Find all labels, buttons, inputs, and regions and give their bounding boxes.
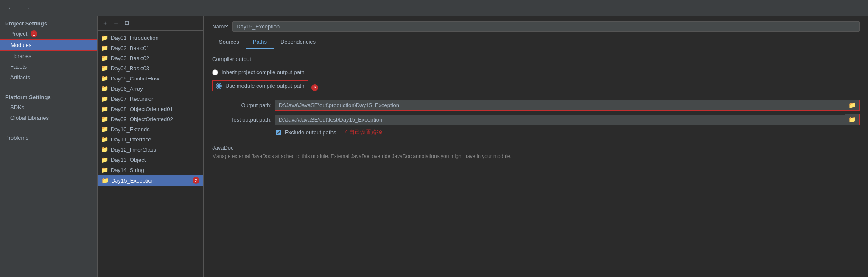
module-panel: + − ⧉ 📁Day01_Introduction📁Day02_Basic01📁… (98, 16, 204, 277)
javadoc-section: JavaDoc Manage external JavaDocs attache… (212, 144, 860, 159)
folder-icon: 📁 (101, 166, 108, 173)
list-item[interactable]: 📁Day06_Array (98, 83, 203, 94)
project-badge: 1 (31, 30, 37, 37)
sidebar-item-global-libraries[interactable]: Global Libraries (0, 113, 97, 123)
sidebar-item-label: Modules (11, 42, 31, 48)
sidebar-item-modules[interactable]: Modules (0, 39, 97, 51)
javadoc-title: JavaDoc (212, 144, 860, 151)
module-name: Day03_Basic02 (111, 55, 149, 61)
exclude-checkbox[interactable] (276, 130, 281, 135)
sidebar-item-label: Artifacts (10, 74, 30, 80)
back-button[interactable]: ← (5, 3, 17, 13)
folder-icon: 📁 (101, 105, 108, 112)
copy-module-button[interactable]: ⧉ (123, 19, 132, 28)
javadoc-desc: Manage external JavaDocs attached to thi… (212, 153, 860, 159)
module-name: Day15_Exception (111, 177, 154, 184)
list-item[interactable]: 📁Day09_ObjectOriented02 (98, 114, 203, 124)
sidebar-item-problems[interactable]: Problems (0, 130, 97, 143)
list-item[interactable]: 📁Day15_Exception2 (98, 175, 203, 186)
list-item[interactable]: 📁Day01_Introduction (98, 33, 203, 43)
test-output-path-browse-button[interactable]: 📁 (845, 114, 859, 125)
tab-dependencies[interactable]: Dependencies (274, 35, 322, 49)
module-name: Day07_Recursion (111, 96, 154, 102)
module-name: Day09_ObjectOriented02 (111, 116, 173, 122)
module-toolbar: + − ⧉ (98, 16, 203, 31)
tab-paths[interactable]: Paths (246, 35, 274, 49)
module-list: 📁Day01_Introduction📁Day02_Basic01📁Day03_… (98, 31, 203, 277)
inherit-radio-option: Inherit project compile output path (212, 67, 860, 77)
list-item[interactable]: 📁Day13_Object (98, 155, 203, 165)
folder-icon: 📁 (101, 126, 108, 133)
annotation-text: 4 自己设置路径 (344, 128, 382, 136)
sidebar-divider-2 (0, 127, 97, 127)
module-name: Day06_Array (111, 86, 143, 92)
output-path-input[interactable] (275, 100, 845, 110)
tab-sources[interactable]: Sources (212, 35, 246, 49)
folder-icon: 📁 (101, 177, 109, 184)
add-module-button[interactable]: + (101, 19, 109, 28)
sidebar-item-label: Global Libraries (10, 115, 49, 121)
module-name: Day13_Object (111, 157, 146, 163)
remove-module-button[interactable]: − (112, 19, 120, 28)
use-module-radio-label: Use module compile output path (225, 83, 304, 89)
list-item[interactable]: 📁Day07_Recursion (98, 94, 203, 104)
use-module-radio[interactable] (216, 83, 222, 89)
annotation-badge-3: 3 (311, 84, 318, 91)
list-item[interactable]: 📁Day02_Basic01 (98, 43, 203, 53)
output-path-browse-button[interactable]: 📁 (845, 100, 859, 110)
folder-icon: 📁 (101, 116, 108, 122)
sidebar-item-artifacts[interactable]: Artifacts (0, 72, 97, 83)
test-output-path-label: Test output path: (212, 116, 272, 123)
list-item[interactable]: 📁Day03_Basic02 (98, 53, 203, 63)
list-item[interactable]: 📁Day05_ControlFlow (98, 73, 203, 83)
exclude-label: Exclude output paths (285, 129, 336, 136)
list-item[interactable]: 📁Day10_Extends (98, 124, 203, 134)
module-name: Day05_ControlFlow (111, 75, 159, 82)
test-output-path-row: Test output path: 📁 (212, 114, 860, 125)
list-item[interactable]: 📁Day11_Interface (98, 134, 203, 144)
folder-icon: 📁 (101, 44, 108, 51)
tabs-row: Sources Paths Dependencies (204, 35, 868, 49)
folder-icon: 📁 (101, 95, 108, 102)
project-settings-title: Project Settings (0, 16, 97, 28)
forward-button[interactable]: → (21, 3, 33, 13)
module-name: Day01_Introduction (111, 35, 159, 41)
sidebar-item-label: Libraries (10, 53, 31, 59)
use-module-radio-option: Use module compile output path (212, 80, 308, 91)
top-bar: ← → (0, 0, 868, 16)
folder-icon: 📁 (101, 34, 108, 41)
output-path-row: Output path: 📁 (212, 100, 860, 111)
folder-icon: 📁 (101, 146, 108, 153)
module-name: Day10_Extends (111, 126, 150, 133)
module-name: Day11_Interface (111, 136, 151, 143)
folder-icon: 📁 (101, 156, 108, 163)
folder-icon: 📁 (101, 136, 108, 143)
test-output-path-input[interactable] (275, 115, 845, 125)
module-name: Day08_ObjectOriented01 (111, 106, 173, 112)
list-item[interactable]: 📁Day04_Basic03 (98, 63, 203, 73)
inherit-radio[interactable] (212, 69, 218, 75)
sidebar: Project Settings Project 1 Modules Libra… (0, 16, 98, 277)
inherit-radio-label: Inherit project compile output path (221, 69, 305, 75)
list-item[interactable]: 📁Day08_ObjectOriented01 (98, 104, 203, 114)
sidebar-item-label: SDKs (10, 104, 24, 111)
module-name: Day14_String (111, 167, 144, 173)
compiler-output-title: Compiler output (212, 56, 860, 62)
folder-icon: 📁 (101, 65, 108, 72)
module-name: Day04_Basic03 (111, 65, 149, 72)
sidebar-item-label: Project (10, 30, 27, 37)
output-path-label: Output path: (212, 102, 272, 108)
folder-icon: 📁 (101, 85, 108, 92)
sidebar-item-project[interactable]: Project 1 (0, 28, 97, 39)
list-item[interactable]: 📁Day12_InnerClass (98, 144, 203, 155)
exclude-row: Exclude output paths 4 自己设置路径 (212, 128, 860, 136)
module-name: Day02_Basic01 (111, 45, 149, 51)
sidebar-item-facets[interactable]: Facets (0, 61, 97, 72)
sidebar-item-libraries[interactable]: Libraries (0, 51, 97, 61)
platform-settings-title: Platform Settings (0, 90, 97, 102)
sidebar-item-sdks[interactable]: SDKs (0, 102, 97, 113)
name-input[interactable] (232, 21, 860, 32)
list-item[interactable]: 📁Day14_String (98, 165, 203, 175)
test-output-path-wrapper: 📁 (275, 114, 860, 125)
name-row: Name: (204, 16, 868, 35)
